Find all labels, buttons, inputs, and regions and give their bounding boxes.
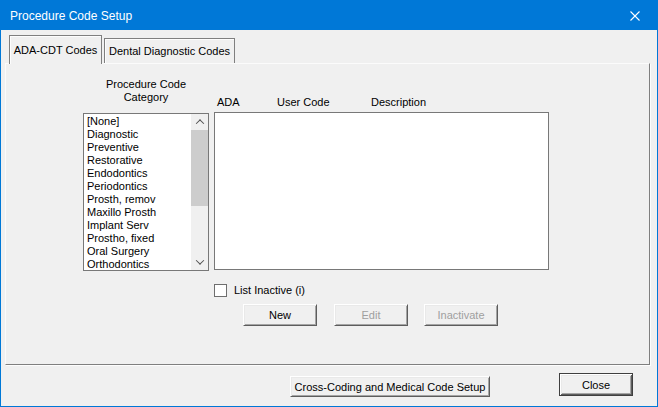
tab-label: ADA-CDT Codes [14,44,98,56]
close-button-label: Close [582,379,610,391]
column-header-user-code: User Code [277,96,330,109]
close-button[interactable]: Close [559,373,633,396]
tab-label: Dental Diagnostic Codes [109,45,230,57]
list-item[interactable]: Prosth, remov [84,193,191,206]
edit-button[interactable]: Edit [334,304,408,326]
list-item[interactable]: Endodontics [84,167,191,180]
list-item[interactable]: Periodontics [84,180,191,193]
list-inactive-checkbox[interactable] [214,284,227,297]
list-item[interactable]: Diagnostic [84,128,191,141]
title-bar: Procedure Code Setup [1,1,657,30]
list-item[interactable]: Prostho, fixed [84,232,191,245]
inactivate-button[interactable]: Inactivate [424,304,498,326]
category-label-line1: Procedure Code [83,78,209,91]
chevron-down-icon [195,256,203,264]
codes-table[interactable] [214,112,549,270]
list-item[interactable]: [None] [84,115,191,128]
close-icon [630,11,640,21]
list-item[interactable]: Oral Surgery [84,245,191,258]
list-item[interactable]: Orthodontics [84,258,191,271]
inactivate-button-label: Inactivate [437,309,484,321]
scrollbar-thumb[interactable] [191,130,208,206]
tab-ada-cdt-codes[interactable]: ADA-CDT Codes [9,35,102,64]
list-inactive-label: List Inactive (i) [234,284,305,297]
new-button[interactable]: New [243,304,317,326]
window-title: Procedure Code Setup [10,9,132,23]
scroll-up-button[interactable] [191,114,208,130]
category-list-label: Procedure Code Category [83,78,209,104]
edit-button-label: Edit [362,309,381,321]
procedure-code-setup-dialog: Procedure Code Setup ADA-CDT Codes Denta… [0,0,658,407]
list-item[interactable]: Maxillo Prosth [84,206,191,219]
new-button-label: New [269,309,291,321]
list-item[interactable]: Implant Serv [84,219,191,232]
list-item[interactable]: Preventive [84,141,191,154]
category-list: [None] Diagnostic Preventive Restorative… [84,115,191,271]
category-label-line2: Category [83,91,209,104]
scroll-down-button[interactable] [191,254,208,270]
category-scrollbar[interactable] [191,114,208,270]
list-item[interactable]: Restorative [84,154,191,167]
tab-dental-diagnostic-codes[interactable]: Dental Diagnostic Codes [104,38,235,63]
chevron-up-icon [195,119,203,127]
column-header-ada: ADA [217,96,240,109]
window-close-button[interactable] [612,1,657,30]
column-header-description: Description [371,96,426,109]
cross-coding-button[interactable]: Cross-Coding and Medical Code Setup [290,376,490,397]
category-listbox[interactable]: [None] Diagnostic Preventive Restorative… [83,113,209,271]
cross-coding-button-label: Cross-Coding and Medical Code Setup [295,381,486,393]
